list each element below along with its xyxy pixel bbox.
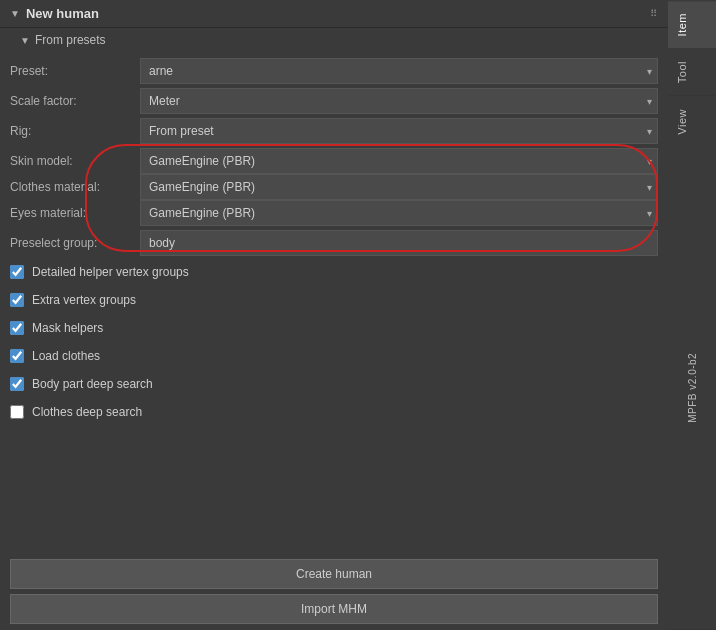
mask-helpers-label[interactable]: Mask helpers: [32, 321, 103, 335]
skin-label: Skin model:: [10, 154, 140, 168]
clothes-material-select-wrapper: GameEngine (PBR) Cycles None ▾: [140, 174, 658, 200]
eyes-material-select[interactable]: GameEngine (PBR) Cycles None: [140, 200, 658, 226]
extra-vertex-checkbox[interactable]: [10, 293, 24, 307]
highlighted-group: Skin model: GameEngine (PBR) Cycles None…: [10, 148, 658, 226]
clothes-material-row: Clothes material: GameEngine (PBR) Cycle…: [10, 174, 658, 200]
preset-row: Preset: arne ▾: [10, 58, 658, 84]
checkbox-body-part-deep: Body part deep search: [10, 372, 658, 396]
detailed-helper-label[interactable]: Detailed helper vertex groups: [32, 265, 189, 279]
preset-select[interactable]: arne: [140, 58, 658, 84]
eyes-material-select-wrapper: GameEngine (PBR) Cycles None ▾: [140, 200, 658, 226]
eyes-material-row: Eyes material: GameEngine (PBR) Cycles N…: [10, 200, 658, 226]
sub-header-label: From presets: [35, 33, 106, 47]
preselect-label: Preselect group:: [10, 236, 140, 250]
rig-row: Rig: From preset None Default ▾: [10, 118, 658, 144]
options-icon[interactable]: ⠿: [650, 8, 658, 19]
panel-header: ▼ New human ⠿: [0, 0, 668, 28]
collapse-arrow-icon[interactable]: ▼: [10, 8, 20, 19]
preselect-row: Preselect group:: [10, 230, 658, 256]
import-mhm-button[interactable]: Import MHM: [10, 594, 658, 624]
panel-header-left: ▼ New human: [10, 6, 99, 21]
rig-select-wrapper: From preset None Default ▾: [140, 118, 658, 144]
sub-collapse-icon[interactable]: ▼: [20, 35, 30, 46]
mask-helpers-checkbox[interactable]: [10, 321, 24, 335]
clothes-material-label: Clothes material:: [10, 180, 140, 194]
clothes-deep-search-checkbox[interactable]: [10, 405, 24, 419]
sub-header: ▼ From presets: [0, 28, 668, 52]
main-panel: ▼ New human ⠿ ▼ From presets Preset: arn…: [0, 0, 668, 630]
sidebar-tab-mpfb[interactable]: MPFB v2.0-b2: [668, 146, 716, 630]
preselect-input[interactable]: [140, 230, 658, 256]
checkbox-extra-vertex: Extra vertex groups: [10, 288, 658, 312]
sidebar: Item Tool View MPFB v2.0-b2: [668, 0, 716, 630]
checkbox-clothes-deep: Clothes deep search: [10, 400, 658, 424]
body-part-deep-search-checkbox[interactable]: [10, 377, 24, 391]
scale-row: Scale factor: Meter Decimeter Centimeter…: [10, 88, 658, 114]
sidebar-tab-view[interactable]: View: [668, 96, 716, 147]
scale-select[interactable]: Meter Decimeter Centimeter: [140, 88, 658, 114]
button-row: Create human Import MHM: [0, 553, 668, 630]
clothes-deep-search-label[interactable]: Clothes deep search: [32, 405, 142, 419]
panel-content: Preset: arne ▾ Scale factor: Meter Decim…: [0, 52, 668, 553]
body-part-deep-search-label[interactable]: Body part deep search: [32, 377, 153, 391]
checkbox-load-clothes: Load clothes: [10, 344, 658, 368]
rig-select[interactable]: From preset None Default: [140, 118, 658, 144]
skin-select-wrapper: GameEngine (PBR) Cycles None ▾: [140, 148, 658, 174]
rig-label: Rig:: [10, 124, 140, 138]
preset-select-wrapper: arne ▾: [140, 58, 658, 84]
detailed-helper-checkbox[interactable]: [10, 265, 24, 279]
load-clothes-checkbox[interactable]: [10, 349, 24, 363]
load-clothes-label[interactable]: Load clothes: [32, 349, 100, 363]
panel-title: New human: [26, 6, 99, 21]
scale-label: Scale factor:: [10, 94, 140, 108]
create-human-button[interactable]: Create human: [10, 559, 658, 589]
eyes-material-label: Eyes material:: [10, 206, 140, 220]
extra-vertex-label[interactable]: Extra vertex groups: [32, 293, 136, 307]
skin-row: Skin model: GameEngine (PBR) Cycles None…: [10, 148, 658, 174]
checkbox-detailed-helper: Detailed helper vertex groups: [10, 260, 658, 284]
skin-select[interactable]: GameEngine (PBR) Cycles None: [140, 148, 658, 174]
preset-label: Preset:: [10, 64, 140, 78]
scale-select-wrapper: Meter Decimeter Centimeter ▾: [140, 88, 658, 114]
clothes-material-select[interactable]: GameEngine (PBR) Cycles None: [140, 174, 658, 200]
checkbox-mask-helpers: Mask helpers: [10, 316, 658, 340]
sidebar-tab-item[interactable]: Item: [668, 0, 716, 48]
sidebar-tab-tool[interactable]: Tool: [668, 48, 716, 95]
